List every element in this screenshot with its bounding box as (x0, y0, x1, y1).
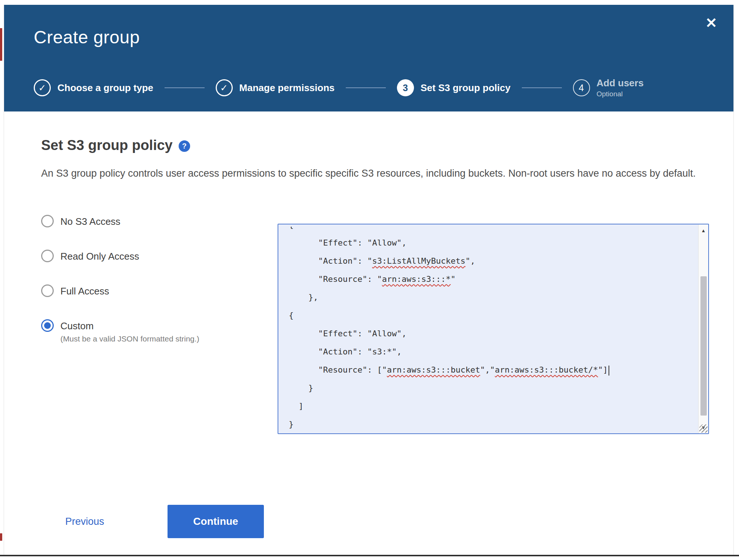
step-number: 4 (573, 79, 590, 96)
step-label: Choose a group type (57, 82, 153, 94)
window-bottom-edge (0, 555, 739, 556)
radio-custom[interactable]: Custom (Must be a valid JSON formatted s… (41, 319, 199, 343)
radio-helper-text: (Must be a valid JSON formatted string.) (60, 334, 199, 343)
stepper: ✓ Choose a group type ✓ Manage permissio… (34, 77, 644, 98)
editor-scrollbar[interactable]: ▲ ▼ (698, 224, 708, 433)
scrollbar-up-icon[interactable]: ▲ (699, 225, 708, 236)
step-set-s3-group-policy[interactable]: 3 Set S3 group policy (397, 79, 511, 96)
section-heading: Set S3 group policy ? (41, 137, 190, 153)
step-sublabel: Optional (597, 90, 644, 98)
policy-json-editor[interactable]: { "Effect": "Allow", "Action": "s3:ListA… (278, 224, 709, 434)
radio-unchecked-icon (41, 215, 54, 227)
step-connector (522, 87, 562, 88)
section-description: An S3 group policy controls user access … (41, 165, 708, 182)
check-icon: ✓ (34, 79, 51, 96)
code-line: "Resource": ["arn:aws:s3:::bucket","arn:… (289, 361, 696, 379)
radio-label: Full Access (60, 284, 109, 298)
policy-options: No S3 Access Read Only Access Full Acces… (41, 214, 199, 343)
code-line: "Effect": "Allow", (289, 324, 696, 343)
radio-unchecked-icon (41, 250, 54, 262)
radio-read-only-access[interactable]: Read Only Access (41, 249, 199, 263)
page-title: Set S3 group policy (41, 137, 173, 153)
previous-button[interactable]: Previous (65, 516, 104, 527)
code-line: "Action": "s3:ListAllMyBuckets", (289, 252, 696, 270)
radio-full-access[interactable]: Full Access (41, 284, 199, 298)
code-line: "Action": "s3:*", (289, 343, 696, 361)
code-line: { (289, 306, 696, 324)
check-icon: ✓ (216, 79, 233, 96)
radio-label: Custom (60, 319, 199, 333)
code-line: } (289, 415, 696, 431)
scrollbar-thumb[interactable] (700, 276, 707, 416)
step-label: Add users (597, 77, 644, 89)
dialog-header: Create group ✕ ✓ Choose a group type ✓ M… (4, 5, 733, 111)
step-label: Set S3 group policy (421, 82, 511, 94)
misspelled-token: arn:aws:s3:::* (382, 274, 451, 284)
step-connector (165, 87, 205, 88)
misspelled-token: arn:aws:s3:::bucket (387, 365, 480, 374)
close-icon[interactable]: ✕ (705, 16, 717, 30)
continue-button[interactable]: Continue (168, 505, 264, 538)
screen-edge-artifact (0, 28, 2, 61)
code-line: ] (289, 397, 696, 415)
step-choose-a-group-type[interactable]: ✓ Choose a group type (34, 79, 153, 96)
code-line: } (289, 379, 696, 397)
step-connector (346, 87, 386, 88)
dialog-title: Create group (34, 27, 140, 47)
misspelled-token: s3:ListAllMyBuckets (372, 256, 465, 266)
policy-json-content: { "Effect": "Allow", "Action": "s3:ListA… (289, 227, 696, 431)
create-group-dialog: Create group ✕ ✓ Choose a group type ✓ M… (4, 5, 734, 555)
radio-label: No S3 Access (60, 214, 120, 229)
screen-edge-artifact (0, 533, 2, 541)
step-manage-permissions[interactable]: ✓ Manage permissions (216, 79, 335, 96)
radio-checked-icon (41, 319, 54, 332)
code-line: }, (289, 288, 696, 306)
resize-handle-icon[interactable] (699, 424, 707, 433)
code-line: { (289, 227, 696, 234)
step-add-users[interactable]: 4 Add users Optional (573, 77, 644, 98)
misspelled-token: arn:aws:s3:::bucket/* (495, 365, 598, 374)
help-icon[interactable]: ? (179, 140, 190, 152)
radio-no-s3-access[interactable]: No S3 Access (41, 214, 199, 229)
radio-label: Read Only Access (60, 249, 139, 263)
code-line: "Effect": "Allow", (289, 234, 696, 252)
step-number: 3 (397, 79, 414, 96)
code-line: "Resource": "arn:aws:s3:::*" (289, 270, 696, 288)
radio-unchecked-icon (41, 284, 54, 297)
step-label: Manage permissions (239, 82, 335, 94)
text-cursor (609, 366, 609, 376)
